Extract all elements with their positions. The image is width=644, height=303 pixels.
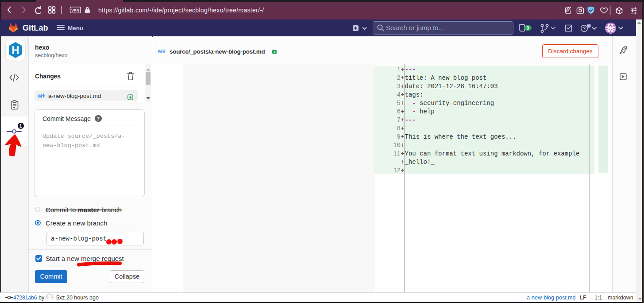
svg-text:VPN: VPN [71,8,79,12]
svg-text:M: M [38,93,42,99]
svg-text:M: M [158,49,162,54]
svg-text:?: ? [583,26,586,31]
